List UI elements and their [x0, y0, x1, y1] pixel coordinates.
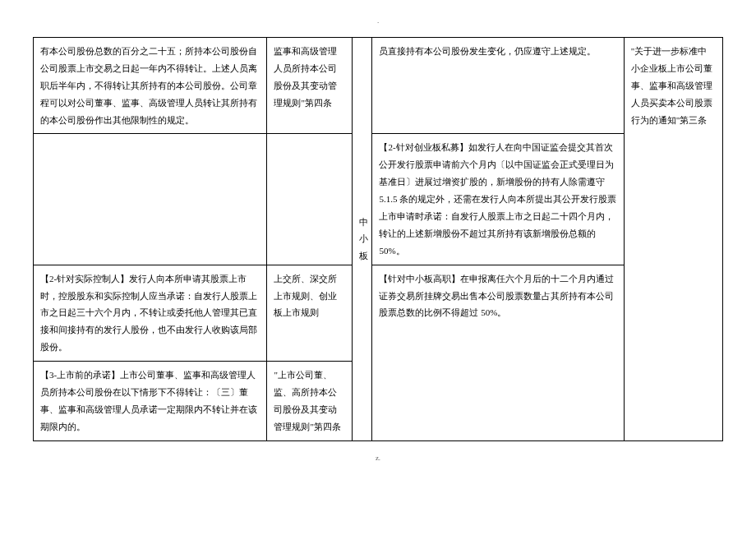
cell-rule-text: 【3-上市前的承诺】上市公司董事、监事和高级管理人员所持本公司股份在以下情形下不…: [34, 362, 267, 441]
cell-source: 上交所、深交所上市规则、创业板上市规则: [267, 265, 353, 361]
table-row: 有本公司股份总数的百分之二十五；所持本公司股份自公司股票上市交易之日起一年内不得…: [34, 38, 723, 134]
cell-rule-text: 【2-针对创业板私募】如发行人在向中国证监会提交其首次公开发行股票申请前六个月内…: [372, 134, 624, 265]
cell-rule-text: 【针对中小板高职】在申报离任六个月后的十二个月内通过证券交易所挂牌交易出售本公司…: [372, 265, 624, 440]
cell-empty: [34, 134, 267, 265]
cell-board-label: 中小板: [353, 38, 372, 441]
regulation-table: 有本公司股份总数的百分之二十五；所持本公司股份自公司股票上市交易之日起一年内不得…: [33, 37, 723, 441]
page-marker-top: .: [33, 16, 723, 25]
page-marker-bottom: z.: [33, 454, 723, 462]
cell-rule-text: 有本公司股份总数的百分之二十五；所持本公司股份自公司股票上市交易之日起一年内不得…: [34, 38, 267, 134]
table-row: 【2-针对实际控制人】发行人向本所申请其股票上市时，控股股东和实际控制人应当承诺…: [34, 265, 723, 361]
cell-source: "上市公司董、监、高所持本公司股份及其变动管理规则"第四条: [267, 362, 353, 441]
cell-source: 监事和高级管理人员所持本公司股份及其变动管理规则"第四条: [267, 38, 353, 134]
cell-empty: [267, 134, 353, 265]
cell-source: "关于进一步标准中小企业板上市公司董事、监事和高级管理人员买卖本公司股票行为的通…: [624, 38, 722, 441]
table-row: 【2-针对创业板私募】如发行人在向中国证监会提交其首次公开发行股票申请前六个月内…: [34, 134, 723, 265]
cell-rule-text: 【2-针对实际控制人】发行人向本所申请其股票上市时，控股股东和实际控制人应当承诺…: [34, 265, 267, 361]
cell-rule-text: 员直接持有本公司股份发生变化，仍应遵守上述规定。: [372, 38, 624, 134]
